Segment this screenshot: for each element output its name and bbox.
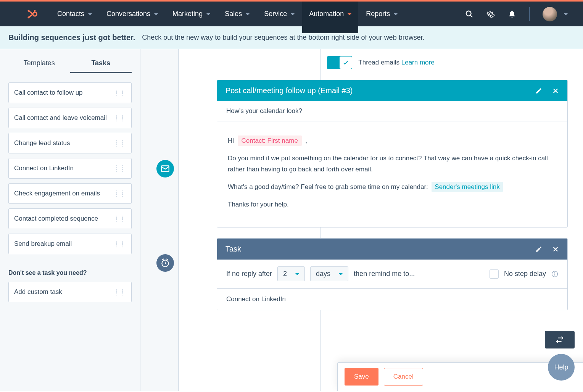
svg-line-8 <box>470 15 473 17</box>
search-icon[interactable] <box>465 10 473 18</box>
edit-icon[interactable] <box>535 87 542 94</box>
tab-tasks[interactable]: Tasks <box>70 59 132 73</box>
save-button[interactable]: Save <box>345 368 378 386</box>
drag-handle-icon[interactable]: ⋮⋮⋮⋮ <box>114 216 126 221</box>
sender-meetings-link-token[interactable]: Sender's meetings link <box>432 182 503 192</box>
nav-service[interactable]: Service <box>264 2 295 26</box>
nav-items: Contacts Conversations Marketing Sales S… <box>57 2 398 26</box>
footer-actions: Save Cancel <box>337 362 583 391</box>
no-step-delay-checkbox[interactable] <box>490 269 499 279</box>
drag-handle-icon[interactable]: ⋮⋮⋮⋮ <box>114 141 126 145</box>
drag-handle-icon[interactable]: ⋮⋮⋮⋮ <box>114 191 126 196</box>
account-menu[interactable] <box>543 7 568 21</box>
email-subject[interactable]: How's your calendar look? <box>217 101 567 121</box>
nav-marketing[interactable]: Marketing <box>172 2 210 26</box>
tab-templates[interactable]: Templates <box>8 59 70 73</box>
nav-conversations[interactable]: Conversations <box>106 2 158 26</box>
nav-right <box>465 7 568 21</box>
thread-emails-toggle[interactable] <box>327 56 352 69</box>
edit-icon[interactable] <box>535 246 542 253</box>
svg-point-4 <box>28 16 30 18</box>
email-card: Post call/meeting follow up (Email #3) H… <box>217 80 568 227</box>
chevron-down-icon <box>562 11 568 18</box>
task-config-row: If no reply after 2 days then remind me … <box>217 260 567 289</box>
email-card-title: Post call/meeting follow up (Email #3) <box>225 86 353 95</box>
hubspot-logo-icon[interactable] <box>27 8 38 20</box>
banner-body: Check out the new way to build your sequ… <box>142 34 424 42</box>
gear-icon[interactable] <box>486 10 495 18</box>
nav-sales[interactable]: Sales <box>225 2 250 26</box>
svg-line-14 <box>165 264 166 265</box>
thread-emails-label: Thread emails <box>358 59 399 66</box>
email-step-icon <box>156 160 174 177</box>
svg-point-21 <box>554 272 555 273</box>
svg-point-7 <box>466 11 471 16</box>
no-step-delay-label: No step delay <box>504 270 546 278</box>
help-button[interactable]: Help <box>548 354 575 381</box>
task-name-input[interactable]: Connect on LinkedIn <box>217 289 567 310</box>
task-card[interactable]: Contact completed sequence⋮⋮⋮⋮ <box>8 208 132 229</box>
nav-automation[interactable]: Automation <box>302 0 358 33</box>
top-nav: Contacts Conversations Marketing Sales S… <box>0 2 583 26</box>
task-card-step: Task If no reply after 2 days then remin… <box>217 238 568 310</box>
task-card-header: Task <box>217 239 567 260</box>
if-no-reply-label: If no reply after <box>226 270 272 278</box>
chevron-down-icon <box>337 270 343 278</box>
task-card[interactable]: Check engagement on emails⋮⋮⋮⋮ <box>8 183 132 204</box>
drag-handle-icon[interactable]: ⋮⋮⋮⋮ <box>114 166 126 171</box>
task-card[interactable]: Call contact and leave voicemail⋮⋮⋮⋮ <box>8 108 132 128</box>
task-card[interactable]: Call contact to follow up⋮⋮⋮⋮ <box>8 82 132 103</box>
banner-headline: Building sequences just got better. <box>8 33 135 42</box>
sidebar: Templates Tasks Call contact to follow u… <box>0 49 140 391</box>
svg-point-0 <box>33 12 37 16</box>
task-card-title: Task <box>225 245 241 253</box>
task-step: Task If no reply after 2 days then remin… <box>217 238 568 310</box>
task-card[interactable]: Change lead status⋮⋮⋮⋮ <box>8 133 132 153</box>
delay-number-select[interactable]: 2 <box>277 266 305 281</box>
svg-line-16 <box>166 259 168 260</box>
task-card[interactable]: Connect on LinkedIn⋮⋮⋮⋮ <box>8 158 132 179</box>
close-icon[interactable] <box>552 87 559 94</box>
delay-unit-select[interactable]: days <box>310 266 348 281</box>
email-body[interactable]: Hi Contact: First name , Do you mind if … <box>217 121 567 227</box>
drag-handle-icon[interactable]: ⋮⋮⋮⋮ <box>114 290 126 294</box>
svg-point-3 <box>28 10 30 11</box>
nav-contacts[interactable]: Contacts <box>57 2 92 26</box>
then-remind-label: then remind me to... <box>354 270 415 278</box>
sequence-canvas: Thread emails Learn more Post call/meeti… <box>140 49 583 391</box>
custom-task-heading: Don't see a task you need? <box>8 269 132 276</box>
drag-handle-icon[interactable]: ⋮⋮⋮⋮ <box>114 242 126 246</box>
announcement-banner: Building sequences just got better. Chec… <box>0 26 583 49</box>
swap-button[interactable] <box>545 331 575 348</box>
close-icon[interactable] <box>552 246 559 253</box>
add-custom-task[interactable]: Add custom task⋮⋮⋮⋮ <box>8 282 132 302</box>
cancel-button[interactable]: Cancel <box>384 368 423 386</box>
contact-first-name-token[interactable]: Contact: First name <box>238 136 302 146</box>
drag-handle-icon[interactable]: ⋮⋮⋮⋮ <box>114 90 126 95</box>
email-step: Post call/meeting follow up (Email #3) H… <box>217 80 568 227</box>
email-card-header: Post call/meeting follow up (Email #3) <box>217 80 567 101</box>
check-icon <box>339 56 352 69</box>
info-icon[interactable] <box>551 271 558 277</box>
nav-reports[interactable]: Reports <box>366 2 398 26</box>
task-card[interactable]: Send breakup email⋮⋮⋮⋮ <box>8 234 132 254</box>
learn-more-link[interactable]: Learn more <box>401 59 435 66</box>
nav-divider <box>529 7 530 21</box>
avatar <box>543 7 557 21</box>
svg-line-15 <box>162 259 164 260</box>
thread-emails-row: Thread emails Learn more <box>179 49 583 80</box>
chevron-down-icon <box>294 270 299 278</box>
drag-handle-icon[interactable]: ⋮⋮⋮⋮ <box>114 116 126 120</box>
bell-icon[interactable] <box>508 10 516 18</box>
sidebar-tabs: Templates Tasks <box>8 59 132 73</box>
